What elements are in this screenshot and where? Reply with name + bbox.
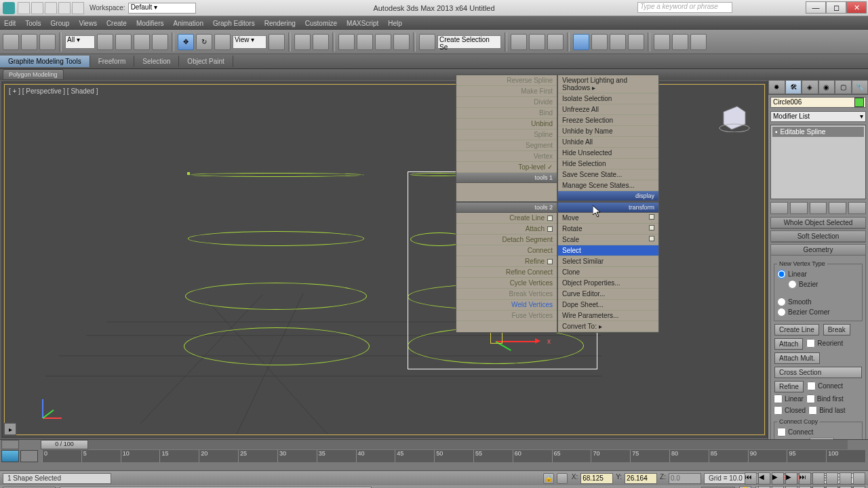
modifier-stack[interactable]: ▪Editable Spline xyxy=(770,125,866,199)
geometry-rollout-header[interactable]: Geometry xyxy=(771,245,865,256)
gizmo-xy-plane[interactable] xyxy=(490,331,502,344)
mirror-icon[interactable] xyxy=(511,34,527,50)
quad-item-convert-to[interactable]: Convert To: ▸ xyxy=(558,321,658,332)
create-line-button[interactable]: Create Line xyxy=(774,324,819,336)
percent-snap-icon[interactable] xyxy=(375,34,391,50)
quad-item[interactable]: Segment xyxy=(456,140,557,151)
configure-sets-icon[interactable] xyxy=(848,202,866,214)
named-selection-dropdown[interactable]: Create Selection Se xyxy=(437,35,501,49)
ribbon-selection-tab[interactable]: Selection xyxy=(134,56,179,67)
modify-panel-tab[interactable]: 🛠 xyxy=(785,80,802,94)
vertex-bezier-radio[interactable]: Bezier xyxy=(788,280,859,289)
spline-ellipse[interactable] xyxy=(185,283,367,310)
quad-item-curve-editor[interactable]: Curve Editor... xyxy=(558,289,658,300)
time-slider-handle[interactable]: 0 / 100 xyxy=(41,440,88,449)
pin-stack-icon[interactable] xyxy=(770,202,788,214)
menu-grapheditors[interactable]: Graph Editors xyxy=(213,20,255,27)
reorient-checkbox[interactable]: Reorient xyxy=(806,339,843,348)
new-icon[interactable] xyxy=(18,2,30,14)
bind-last-checkbox[interactable]: Bind last xyxy=(808,406,845,415)
absolute-transform-icon[interactable] xyxy=(557,473,568,484)
menu-maxscript[interactable]: MAXScript xyxy=(347,20,378,27)
y-coord-input[interactable] xyxy=(625,473,657,484)
search-input[interactable]: Type a keyword or phrase xyxy=(637,2,732,13)
menu-create[interactable]: Create xyxy=(106,20,127,27)
quad-item[interactable]: Hide Unselected xyxy=(558,148,658,159)
minimize-button[interactable]: — xyxy=(806,1,826,14)
ref-coord-dropdown[interactable]: View ▾ xyxy=(233,35,267,49)
menu-views[interactable]: Views xyxy=(79,20,97,27)
nav-fov-icon[interactable] xyxy=(853,472,865,485)
schematic-view-icon[interactable] xyxy=(610,34,626,50)
bind-first-checkbox[interactable]: Bind first xyxy=(806,394,844,403)
layers-icon[interactable] xyxy=(547,34,564,50)
unlink-icon[interactable] xyxy=(21,34,37,50)
utilities-panel-tab[interactable]: 🔧 xyxy=(852,80,869,94)
redo-icon[interactable] xyxy=(72,2,84,14)
next-frame-icon[interactable]: ▶ xyxy=(785,472,797,485)
quad-item-dope-sheet[interactable]: Dope Sheet... xyxy=(558,300,658,310)
quad-item-scale[interactable]: Scale xyxy=(558,235,658,245)
prev-frame-icon[interactable]: ◀ xyxy=(758,472,770,485)
z-coord-input[interactable] xyxy=(669,473,701,484)
attach-mult-button[interactable]: Attach Mult. xyxy=(774,352,820,364)
quad-item[interactable]: Freeze Selection xyxy=(558,115,658,126)
make-unique-icon[interactable] xyxy=(810,202,827,214)
quad-item-select-similar[interactable]: Select Similar xyxy=(558,256,658,267)
ribbon-modeling-tab[interactable]: Graphite Modeling Tools xyxy=(0,56,90,67)
linear-checkbox[interactable]: Linear xyxy=(774,394,804,403)
edit-named-sel-icon[interactable] xyxy=(419,34,435,50)
quad-item[interactable]: Manage Scene States... xyxy=(558,180,658,191)
snap-toggle-icon[interactable] xyxy=(338,34,355,50)
quad-item[interactable]: Vertex xyxy=(456,151,557,162)
display-panel-tab[interactable]: ▢ xyxy=(835,80,852,94)
selection-filter-dropdown[interactable]: All ▾ xyxy=(65,35,95,49)
menu-tools[interactable]: Tools xyxy=(25,20,41,27)
graphite-icon[interactable] xyxy=(573,34,589,50)
open-icon[interactable] xyxy=(31,2,43,14)
remove-modifier-icon[interactable] xyxy=(829,202,846,214)
quad-item[interactable]: Viewport Lighting and Shadows ▸ xyxy=(558,75,658,94)
modifier-list-dropdown[interactable]: Modifier List▾ xyxy=(770,111,866,122)
goto-start-icon[interactable]: ⏮ xyxy=(745,472,757,485)
quad-item[interactable]: Connect xyxy=(456,245,557,256)
nav-zoomext-icon[interactable] xyxy=(840,472,852,485)
quad-item[interactable]: Isolate Selection xyxy=(558,94,658,104)
workspace-dropdown[interactable]: Default ▾ xyxy=(128,3,196,14)
vertex-linear-radio[interactable]: Linear xyxy=(777,270,859,279)
quad-item[interactable]: Break Vertices xyxy=(456,289,557,300)
time-ruler[interactable]: 0510152025303540455055606570758085909510… xyxy=(42,450,865,462)
modifier-stack-item[interactable]: ▪Editable Spline xyxy=(772,127,864,137)
align-icon[interactable] xyxy=(529,34,545,50)
maximize-button[interactable]: ◻ xyxy=(826,1,846,14)
select-object-icon[interactable] xyxy=(97,34,113,50)
spline-ellipse[interactable] xyxy=(188,173,364,177)
undo-icon[interactable] xyxy=(58,2,71,14)
rendered-frame-icon[interactable] xyxy=(672,34,688,50)
vertex-smooth-radio[interactable]: Smooth xyxy=(777,298,859,306)
hierarchy-panel-tab[interactable]: ◈ xyxy=(802,80,818,94)
quad-item[interactable]: Top-level ✓ xyxy=(456,162,557,173)
quad-item-clone[interactable]: Clone xyxy=(558,267,658,278)
select-by-name-icon[interactable] xyxy=(115,34,132,50)
select-rotate-icon[interactable]: ↻ xyxy=(196,34,212,50)
curve-editor-icon[interactable] xyxy=(591,34,608,50)
quad-item[interactable]: Fuse Vertices xyxy=(456,310,557,321)
quad-item[interactable]: Reverse Spline xyxy=(456,75,557,86)
quad-item[interactable]: Create Line xyxy=(456,213,557,224)
quad-item[interactable]: Refine Connect xyxy=(456,267,557,278)
spline-ellipse[interactable] xyxy=(184,327,370,365)
viewport-expand-button[interactable]: ▸ xyxy=(4,423,16,435)
connect-checkbox[interactable]: Connect xyxy=(807,382,843,390)
timeline-toggle-icon[interactable] xyxy=(1,440,19,449)
menu-group[interactable]: Group xyxy=(51,20,70,27)
object-color-swatch[interactable] xyxy=(854,98,864,107)
menu-modifiers[interactable]: Modifiers xyxy=(136,20,164,27)
connect-threshold-input[interactable] xyxy=(810,438,834,439)
material-editor-icon[interactable] xyxy=(628,34,644,50)
menu-customize[interactable]: Customize xyxy=(305,20,337,27)
motion-panel-tab[interactable]: ◉ xyxy=(818,80,835,94)
nav-zoomall-icon[interactable] xyxy=(826,472,838,485)
window-crossing-icon[interactable] xyxy=(152,34,168,50)
object-name-field[interactable]: Circle006 xyxy=(770,97,866,108)
